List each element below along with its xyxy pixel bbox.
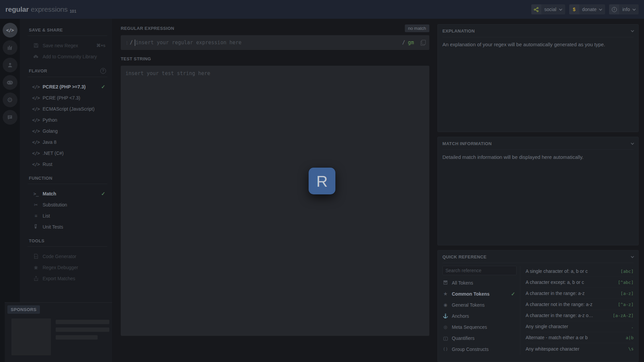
regex-editor-tab[interactable]: </> xyxy=(3,23,17,38)
match-information-body: Detailed match information will be displ… xyxy=(442,150,634,160)
tools-item-export-matches[interactable]: Export Matches xyxy=(29,273,107,284)
check-icon: ✓ xyxy=(511,291,515,297)
flavor-item-golang[interactable]: </> Golang xyxy=(29,125,107,136)
header-nav: social $ donate i info xyxy=(531,4,639,14)
match-information-card: MATCH INFORMATION Detailed match informa… xyxy=(437,137,639,245)
flavor-item-pcre2[interactable]: </> PCRE2 (PHP >=7.3) ✓ xyxy=(29,81,107,92)
test-string-input[interactable]: insert your test string here xyxy=(121,66,429,336)
text-cursor xyxy=(135,40,135,46)
divider xyxy=(28,77,107,77)
category-group-constructs[interactable]: () Group Constructs xyxy=(442,344,517,355)
code-icon: </> xyxy=(6,27,13,33)
logo-word-regular: regular xyxy=(5,5,29,13)
regex-flags[interactable]: gm xyxy=(408,40,414,46)
reference-entry[interactable]: A character in the range: a-z [a-z] xyxy=(526,288,634,299)
social-dropdown-button[interactable]: social xyxy=(531,4,565,14)
regex-quiz-tab[interactable] xyxy=(3,75,17,90)
flavor-item-pcre[interactable]: </> PCRE (PHP <7.3) xyxy=(29,92,107,103)
reference-entry[interactable]: A single character of: a, b or c [abc] xyxy=(526,266,634,277)
code-icon: </> xyxy=(33,95,39,101)
account-tab[interactable] xyxy=(3,58,17,72)
search-reference-input[interactable] xyxy=(442,266,517,275)
info-label: info xyxy=(622,7,630,12)
feedback-tab[interactable] xyxy=(3,110,17,125)
flavor-item-python[interactable]: </> Python xyxy=(29,114,107,125)
regex-input[interactable]: ⋮ / insert your regular expression here … xyxy=(121,35,429,50)
test-string-section-title: TEST STRING xyxy=(121,56,151,61)
quick-reference-card: QUICK REFERENCE All Tokens xyxy=(437,250,639,362)
category-general-tokens[interactable]: ◉ General Tokens xyxy=(442,299,517,310)
save-shortcut: ⌘+s xyxy=(96,43,105,48)
flavor-help-icon[interactable]: ? xyxy=(100,68,106,74)
category-quantifiers[interactable]: 1 Quantifiers xyxy=(442,333,517,344)
function-item-match[interactable]: >_ Match ✓ xyxy=(29,188,107,199)
flavor-item-java8[interactable]: </> Java 8 xyxy=(29,136,107,147)
function-item-substitution[interactable]: ✂ Substitution xyxy=(29,199,107,210)
collapse-chevron-icon[interactable] xyxy=(631,29,634,32)
save-share-section-title: SAVE & SHARE xyxy=(29,27,107,33)
chevron-down-icon xyxy=(599,7,602,11)
account-icon xyxy=(7,62,13,68)
function-item-unit-tests[interactable]: Unit Tests xyxy=(29,221,107,232)
code-icon: </> xyxy=(33,106,39,112)
delimiter-menu-icon[interactable]: ⋮ xyxy=(125,40,129,45)
community-library-tab[interactable] xyxy=(3,40,17,55)
main-editor-column: REGULAR EXPRESSION no match ⋮ / insert y… xyxy=(121,19,429,362)
regex-section-title: REGULAR EXPRESSION xyxy=(121,26,174,31)
tools-section-title: TOOLS xyxy=(29,238,107,243)
collapse-chevron-icon[interactable] xyxy=(631,141,634,145)
flavor-item-ecmascript[interactable]: </> ECMAScript (JavaScript) xyxy=(29,103,107,114)
reference-entry[interactable]: A character except: a, b or c [^abc] xyxy=(526,277,634,288)
star-icon: ★ xyxy=(442,291,448,296)
lifering-icon: ◎ xyxy=(442,324,448,329)
archive-icon xyxy=(442,280,448,286)
add-to-community-label: Add to Community Library xyxy=(43,54,97,59)
flavor-item-rust[interactable]: </> Rust xyxy=(29,159,107,170)
tools-item-regex-debugger[interactable]: Regex Debugger xyxy=(29,262,107,273)
reference-entry[interactable]: A character not in the range: a-z [^a-z] xyxy=(526,299,634,310)
category-all-tokens[interactable]: All Tokens xyxy=(442,277,517,288)
collapse-chevron-icon[interactable] xyxy=(631,255,634,258)
loading-logo: R xyxy=(309,168,335,194)
share-icon xyxy=(531,4,541,14)
divider xyxy=(28,36,107,36)
function-item-list[interactable]: ≡ List xyxy=(29,210,107,221)
code-icon: </> xyxy=(33,162,39,167)
donate-dropdown-button[interactable]: $ donate xyxy=(569,4,605,14)
settings-tab[interactable]: ⚙ xyxy=(3,93,17,107)
category-anchors[interactable]: ⚓ Anchors xyxy=(442,310,517,321)
category-meta-sequences[interactable]: ◎ Meta Sequences xyxy=(442,321,517,333)
export-icon xyxy=(33,276,39,281)
chevron-down-icon xyxy=(559,7,562,11)
info-icon: i xyxy=(609,4,619,14)
test-string-placeholder: insert your test string here xyxy=(125,70,210,76)
add-to-community-library-button[interactable]: Add to Community Library xyxy=(29,51,107,62)
divider xyxy=(28,246,107,247)
reference-entry[interactable]: A character in the range: a-z o… [a-zA-Z… xyxy=(526,310,634,321)
chat-icon xyxy=(7,115,13,120)
regex-placeholder: insert your regular expression here xyxy=(136,40,241,46)
save-new-regex-button[interactable]: Save new Regex ⌘+s xyxy=(29,40,107,51)
flavor-item-dotnet[interactable]: </> .NET (C#) xyxy=(29,147,107,159)
scissors-icon: ✂ xyxy=(33,202,39,207)
site-logo[interactable]: regular expressions 101 xyxy=(5,5,76,13)
reference-entry[interactable]: Any whitespace character \s xyxy=(526,343,634,354)
match-status-badge: no match xyxy=(405,24,429,32)
social-label: social xyxy=(544,7,556,12)
sponsor-skeleton-line xyxy=(56,327,109,332)
quick-reference-title: QUICK REFERENCE xyxy=(442,254,487,259)
category-common-tokens[interactable]: ★ Common Tokens ✓ xyxy=(442,288,517,299)
save-new-regex-label: Save new Regex xyxy=(43,43,78,48)
target-icon: ◉ xyxy=(442,302,448,307)
code-icon: </> xyxy=(33,139,39,145)
reference-entry[interactable]: Alternate - match either a or b a|b xyxy=(526,332,634,343)
tools-item-code-generator[interactable]: Code Generator xyxy=(29,251,107,262)
copy-icon[interactable] xyxy=(421,40,425,45)
chevron-down-icon xyxy=(633,7,636,11)
flavor-section-title: FLAVOR ? xyxy=(29,68,107,74)
reference-entry[interactable]: Any single character . xyxy=(526,321,634,332)
check-icon: ✓ xyxy=(101,191,105,197)
info-dropdown-button[interactable]: i info xyxy=(609,4,639,14)
list-icon: ≡ xyxy=(33,213,39,219)
anchor-icon: ⚓ xyxy=(442,313,448,318)
